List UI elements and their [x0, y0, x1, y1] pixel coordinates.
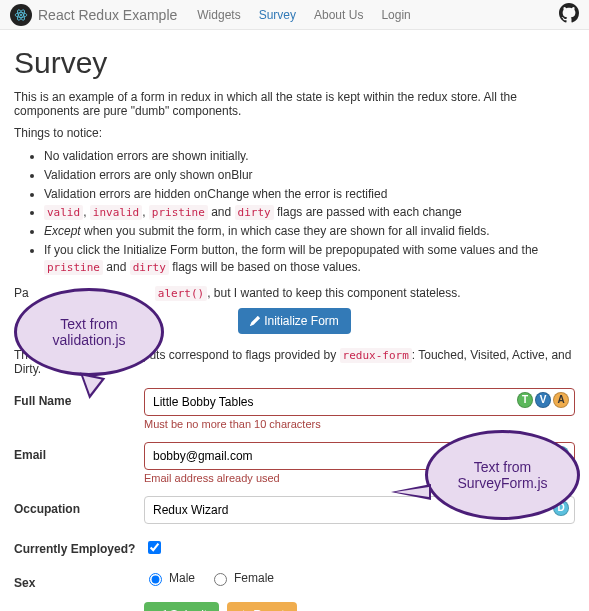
- callout-surveyform: Text from SurveyForm.js: [425, 430, 575, 530]
- intro-text: This is an example of a form in redux in…: [14, 90, 575, 118]
- sex-male-radio[interactable]: [149, 573, 162, 586]
- touched-badge: T: [517, 392, 533, 408]
- svg-point-3: [20, 14, 22, 16]
- nav-link-survey[interactable]: Survey: [259, 8, 296, 22]
- sex-label: Sex: [14, 570, 144, 590]
- initialize-form-button[interactable]: Initialize Form: [238, 308, 351, 334]
- active-badge: A: [553, 392, 569, 408]
- sex-female-radio[interactable]: [214, 573, 227, 586]
- sex-male-option[interactable]: Male: [144, 570, 195, 586]
- employed-label: Currently Employed?: [14, 536, 144, 556]
- sex-female-option[interactable]: Female: [209, 570, 274, 586]
- email-label: Email: [14, 442, 144, 462]
- callout-validation: Text from validation.js: [14, 288, 164, 388]
- brand-logo-icon: [10, 4, 32, 26]
- github-icon: [559, 3, 579, 23]
- list-item: Validation errors are hidden onChange wh…: [44, 186, 575, 203]
- full-name-input[interactable]: [144, 388, 575, 416]
- nav-link-widgets[interactable]: Widgets: [197, 8, 240, 22]
- github-link[interactable]: [559, 3, 579, 27]
- nav-link-about[interactable]: About Us: [314, 8, 363, 22]
- list-item: Except when you submit the form, in whic…: [44, 223, 575, 240]
- submit-button[interactable]: Submit: [144, 602, 219, 611]
- visited-badge: V: [535, 392, 551, 408]
- employed-checkbox[interactable]: [148, 541, 161, 554]
- list-item: valid, invalid, pristine and dirty flags…: [44, 204, 575, 221]
- page-container: Survey This is an example of a form in r…: [0, 30, 589, 611]
- list-item: No validation errors are shown initially…: [44, 148, 575, 165]
- nav-links: Widgets Survey About Us Login: [197, 8, 410, 22]
- notice-list: No validation errors are shown initially…: [14, 148, 575, 276]
- form-buttons: Submit Reset: [144, 602, 575, 611]
- callout-bubble: Text from validation.js: [14, 288, 164, 376]
- field-employed: Currently Employed?: [14, 536, 575, 558]
- reset-button[interactable]: Reset: [227, 602, 296, 611]
- page-title: Survey: [14, 46, 575, 80]
- full-name-error: Must be no more than 10 characters: [144, 418, 575, 430]
- full-name-label: Full Name: [14, 388, 144, 408]
- brand-text[interactable]: React Redux Example: [38, 7, 177, 23]
- callout-bubble: Text from SurveyForm.js: [425, 430, 580, 520]
- notice-heading: Things to notice:: [14, 126, 575, 140]
- nav-link-login[interactable]: Login: [381, 8, 410, 22]
- field-sex: Sex Male Female: [14, 570, 575, 590]
- occupation-label: Occupation: [14, 496, 144, 516]
- list-item: If you click the Initialize Form button,…: [44, 242, 575, 276]
- list-item: Validation errors are only shown onBlur: [44, 167, 575, 184]
- navbar: React Redux Example Widgets Survey About…: [0, 0, 589, 30]
- flag-badges: T V A: [517, 392, 569, 408]
- pencil-icon: [250, 316, 260, 326]
